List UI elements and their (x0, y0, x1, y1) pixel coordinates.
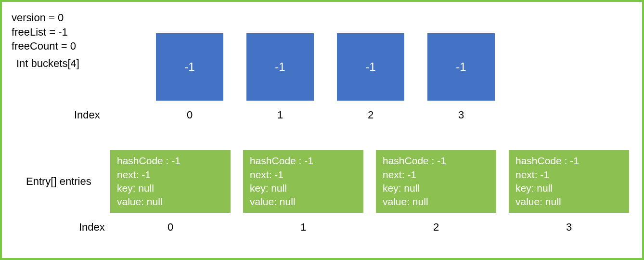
var-version: version = 0 (12, 11, 632, 25)
entry-index: 1 (243, 221, 363, 234)
entry-value: value: null (383, 195, 489, 208)
bucket-index: 0 (156, 109, 223, 121)
entry-cell: hashCode : -1 next: -1 key: null value: … (509, 150, 629, 213)
entries-indices: 0 1 2 3 (110, 221, 629, 234)
entry-next: next: -1 (515, 168, 622, 182)
entries-index-label: Index (79, 221, 105, 234)
bucket-cell: -1 (156, 33, 223, 101)
entry-next: next: -1 (250, 168, 357, 182)
buckets-index-label: Index (74, 109, 100, 121)
bucket-index: 3 (427, 109, 495, 121)
buckets-label: Int buckets[4] (16, 57, 79, 70)
entry-index: 0 (110, 221, 231, 234)
bucket-index: 2 (337, 109, 404, 121)
entry-value: value: null (515, 195, 622, 208)
entry-hashcode: hashCode : -1 (515, 154, 622, 168)
bucket-index: 1 (246, 109, 314, 121)
entries-row: hashCode : -1 next: -1 key: null value: … (110, 150, 629, 213)
entry-next: next: -1 (383, 168, 489, 182)
entry-key: key: null (515, 182, 622, 195)
bucket-cell: -1 (337, 33, 404, 101)
entry-value: value: null (250, 195, 357, 208)
entry-value: value: null (117, 195, 224, 208)
entry-hashcode: hashCode : -1 (250, 154, 357, 168)
entry-key: key: null (117, 182, 224, 195)
buckets-indices: 0 1 2 3 (156, 109, 495, 121)
entry-index: 2 (376, 221, 496, 234)
entry-key: key: null (250, 182, 357, 195)
entry-next: next: -1 (117, 168, 224, 182)
entry-cell: hashCode : -1 next: -1 key: null value: … (376, 150, 496, 213)
buckets-row: -1 -1 -1 -1 (156, 33, 495, 101)
bucket-cell: -1 (427, 33, 495, 101)
bucket-cell: -1 (246, 33, 314, 101)
entry-index: 3 (509, 221, 629, 234)
diagram-frame: version = 0 freeList = -1 freeCount = 0 … (0, 0, 644, 260)
entry-hashcode: hashCode : -1 (383, 154, 489, 168)
entry-cell: hashCode : -1 next: -1 key: null value: … (110, 150, 231, 213)
entries-label: Entry[] entries (26, 175, 91, 188)
entry-cell: hashCode : -1 next: -1 key: null value: … (243, 150, 363, 213)
entry-hashcode: hashCode : -1 (117, 154, 224, 168)
entry-key: key: null (383, 182, 489, 195)
